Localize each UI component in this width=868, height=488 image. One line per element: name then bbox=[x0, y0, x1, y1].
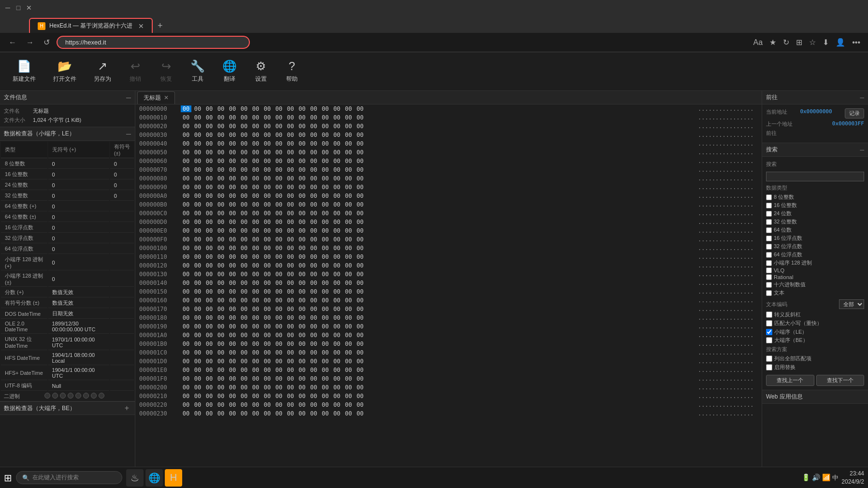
hex-byte[interactable]: 00 bbox=[320, 210, 331, 217]
hex-byte[interactable]: 00 bbox=[262, 192, 273, 199]
new-tab-button[interactable]: + bbox=[154, 19, 167, 33]
hex-byte[interactable]: 00 bbox=[332, 280, 342, 286]
hex-byte[interactable]: 00 bbox=[250, 219, 261, 225]
hex-byte[interactable]: 00 bbox=[227, 340, 238, 347]
hex-byte[interactable]: 00 bbox=[332, 245, 342, 251]
hex-byte[interactable]: 00 bbox=[192, 140, 203, 147]
hex-byte[interactable]: 00 bbox=[250, 184, 261, 191]
hex-byte[interactable]: 00 bbox=[216, 384, 226, 391]
hex-byte[interactable]: 00 bbox=[204, 410, 215, 417]
favorites-icon[interactable]: ☆ bbox=[807, 36, 818, 49]
hex-byte[interactable]: 00 bbox=[227, 314, 238, 321]
hex-byte[interactable]: 00 bbox=[285, 227, 296, 234]
hex-byte[interactable]: 00 bbox=[204, 149, 215, 156]
hex-byte[interactable]: 00 bbox=[216, 245, 226, 251]
hex-byte[interactable]: 00 bbox=[262, 227, 273, 234]
hex-byte[interactable]: 00 bbox=[239, 393, 249, 399]
hex-byte[interactable]: 00 bbox=[274, 323, 284, 330]
hex-byte[interactable]: 00 bbox=[181, 393, 191, 399]
data-type-checkbox-4[interactable] bbox=[766, 227, 772, 233]
hex-byte[interactable]: 00 bbox=[250, 253, 261, 260]
hex-byte[interactable]: 00 bbox=[297, 210, 307, 217]
hex-byte[interactable]: 00 bbox=[308, 158, 319, 164]
hex-byte[interactable]: 00 bbox=[297, 114, 307, 121]
hex-byte[interactable]: 00 bbox=[332, 184, 342, 191]
hex-byte[interactable]: 00 bbox=[250, 236, 261, 243]
hex-byte[interactable]: 00 bbox=[355, 149, 365, 156]
hex-byte[interactable]: 00 bbox=[250, 210, 261, 217]
search-input[interactable] bbox=[766, 172, 864, 181]
hex-byte[interactable]: 00 bbox=[343, 271, 354, 278]
hex-byte[interactable]: 00 bbox=[216, 314, 226, 321]
hex-byte[interactable]: 00 bbox=[320, 201, 331, 208]
hex-byte[interactable]: 00 bbox=[250, 288, 261, 295]
hex-byte[interactable]: 00 bbox=[320, 271, 331, 278]
hex-byte[interactable]: 00 bbox=[262, 349, 273, 356]
hex-byte[interactable]: 00 bbox=[274, 280, 284, 286]
goto-collapse-icon[interactable]: ─ bbox=[860, 94, 864, 101]
hex-byte[interactable]: 00 bbox=[204, 384, 215, 391]
hex-byte[interactable]: 00 bbox=[274, 158, 284, 164]
hex-byte[interactable]: 00 bbox=[250, 323, 261, 330]
hex-byte[interactable]: 00 bbox=[320, 314, 331, 321]
hex-byte[interactable]: 00 bbox=[262, 140, 273, 147]
hex-byte[interactable]: 00 bbox=[320, 149, 331, 156]
hex-byte[interactable]: 00 bbox=[343, 297, 354, 304]
hex-byte[interactable]: 00 bbox=[262, 288, 273, 295]
hex-byte[interactable]: 00 bbox=[239, 192, 249, 199]
hex-byte[interactable]: 00 bbox=[216, 349, 226, 356]
hex-byte[interactable]: 00 bbox=[181, 114, 191, 121]
text-encoding-select[interactable]: 全部 bbox=[839, 299, 864, 309]
hex-byte[interactable]: 00 bbox=[216, 236, 226, 243]
data-type-checkbox-11[interactable] bbox=[766, 282, 772, 288]
hex-byte[interactable]: 00 bbox=[239, 219, 249, 225]
hex-byte[interactable]: 00 bbox=[343, 367, 354, 373]
hex-byte[interactable]: 00 bbox=[181, 175, 191, 182]
hex-byte[interactable]: 00 bbox=[181, 288, 191, 295]
hex-byte[interactable]: 00 bbox=[204, 236, 215, 243]
hex-byte[interactable]: 00 bbox=[320, 192, 331, 199]
hex-byte[interactable]: 00 bbox=[181, 253, 191, 260]
hex-byte[interactable]: 00 bbox=[250, 158, 261, 164]
hex-byte[interactable]: 00 bbox=[250, 280, 261, 286]
hex-byte[interactable]: 00 bbox=[297, 401, 307, 408]
hex-byte[interactable]: 00 bbox=[332, 314, 342, 321]
hex-byte[interactable]: 00 bbox=[332, 140, 342, 147]
hex-byte[interactable]: 00 bbox=[332, 271, 342, 278]
hex-byte[interactable]: 00 bbox=[239, 210, 249, 217]
hex-byte[interactable]: 00 bbox=[239, 149, 249, 156]
hex-byte[interactable]: 00 bbox=[181, 280, 191, 286]
hex-byte[interactable]: 00 bbox=[181, 323, 191, 330]
hex-byte[interactable]: 00 bbox=[320, 184, 331, 191]
hex-byte[interactable]: 00 bbox=[343, 140, 354, 147]
hex-byte[interactable]: 00 bbox=[274, 340, 284, 347]
hex-byte[interactable]: 00 bbox=[204, 245, 215, 251]
hex-byte[interactable]: 00 bbox=[297, 340, 307, 347]
hex-byte[interactable]: 00 bbox=[250, 332, 261, 339]
hex-byte[interactable]: 00 bbox=[274, 184, 284, 191]
hex-byte[interactable]: 00 bbox=[297, 297, 307, 304]
hex-byte[interactable]: 00 bbox=[285, 332, 296, 339]
hex-byte[interactable]: 00 bbox=[227, 105, 238, 112]
hex-byte[interactable]: 00 bbox=[262, 132, 273, 138]
hex-byte[interactable]: 00 bbox=[297, 288, 307, 295]
hex-byte[interactable]: 00 bbox=[262, 297, 273, 304]
hex-byte[interactable]: 00 bbox=[239, 323, 249, 330]
hex-byte[interactable]: 00 bbox=[332, 175, 342, 182]
hex-byte[interactable]: 00 bbox=[262, 236, 273, 243]
hex-byte[interactable]: 00 bbox=[227, 123, 238, 130]
forward-button[interactable]: → bbox=[23, 36, 37, 49]
hex-byte[interactable]: 00 bbox=[250, 149, 261, 156]
hex-byte[interactable]: 00 bbox=[343, 349, 354, 356]
hex-byte[interactable]: 00 bbox=[332, 401, 342, 408]
hex-byte[interactable]: 00 bbox=[192, 367, 203, 373]
hex-byte[interactable]: 00 bbox=[239, 236, 249, 243]
hex-byte[interactable]: 00 bbox=[332, 358, 342, 365]
hex-byte[interactable]: 00 bbox=[216, 271, 226, 278]
hex-byte[interactable]: 00 bbox=[308, 219, 319, 225]
hex-byte[interactable]: 00 bbox=[274, 384, 284, 391]
hex-byte[interactable]: 00 bbox=[262, 166, 273, 173]
hex-byte[interactable]: 00 bbox=[192, 410, 203, 417]
hex-byte[interactable]: 00 bbox=[181, 158, 191, 164]
hex-byte[interactable]: 00 bbox=[285, 314, 296, 321]
